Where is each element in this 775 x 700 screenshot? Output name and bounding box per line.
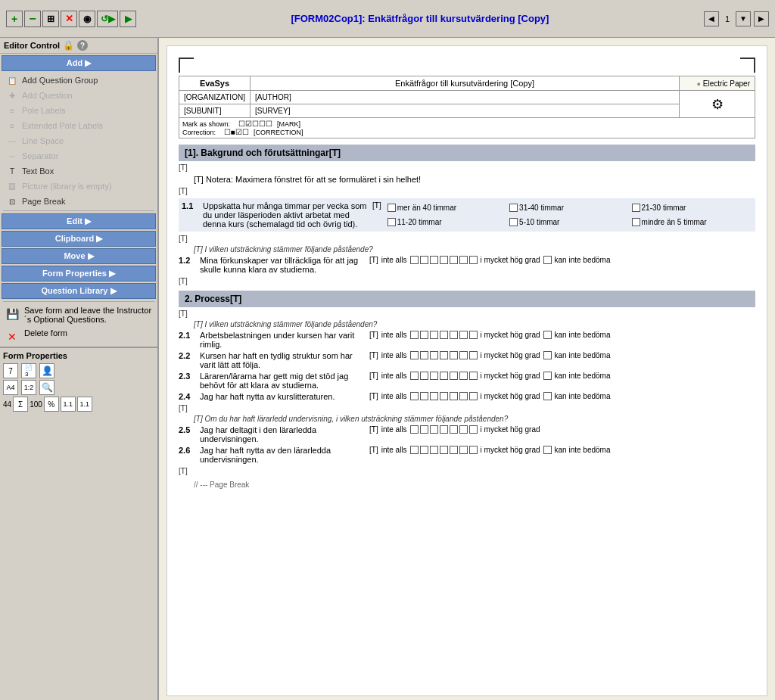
q24-checkboxes	[410, 392, 478, 400]
q25-cb5	[450, 425, 458, 434]
line-space-icon: —	[6, 135, 18, 147]
q25-t: [T]	[369, 425, 378, 434]
fp-icon-user[interactable]: 👤	[39, 363, 54, 378]
q11-label5: 5-10 timmar	[519, 218, 559, 226]
menu-extended-pole-labels: ≡ Extended Pole Labels	[0, 118, 157, 133]
save-action-btn[interactable]: 💾 Save form and leave the Instructor´s O…	[0, 303, 157, 326]
q23-cb2	[420, 372, 428, 380]
q22-cb3	[430, 351, 438, 359]
q24-cb3	[430, 392, 438, 400]
q23-cb7	[469, 372, 478, 380]
grid-toolbar-btn[interactable]: ⊞	[42, 11, 59, 27]
q23-t: [T]	[369, 372, 378, 380]
pole-labels-icon: ≡	[6, 104, 18, 117]
q23-num: 2.3	[179, 372, 200, 381]
form-properties-btn[interactable]: Form Properties ▶	[2, 266, 156, 282]
delete-action-btn[interactable]: ✕ Delete form	[0, 326, 157, 347]
nav2-btn[interactable]: ▶	[120, 11, 136, 27]
q12-t: [T]	[369, 256, 378, 264]
menu-page-break[interactable]: ⊡ Page Break	[0, 194, 157, 209]
fp-11b-icon[interactable]: 1.1	[77, 397, 92, 412]
q21-num: 2.1	[179, 331, 200, 340]
add-question-icon: ✚	[6, 89, 18, 101]
q26-scale-right: i mycket hög grad	[481, 446, 540, 454]
q25-cb4	[440, 425, 448, 434]
q23-scale-left: inte alls	[381, 372, 407, 380]
q23-scale: inte alls i mycket hög grad kan inte bed…	[381, 372, 755, 380]
fp-icon-1[interactable]: 7	[3, 363, 18, 378]
add-section-btn[interactable]: Add ▶	[2, 55, 156, 71]
edit-btn[interactable]: Edit ▶	[2, 213, 156, 229]
close-pdf-btn[interactable]: ✕	[61, 11, 77, 27]
page-break-marker: // --- Page Break	[194, 481, 755, 489]
q11-opt2: 31-40 timmar	[509, 201, 630, 214]
section-1-t: [T]	[329, 148, 341, 158]
corner-tr	[740, 58, 755, 73]
q22-cb6	[459, 351, 468, 359]
q23-cb3	[430, 372, 438, 380]
form-corners	[179, 58, 755, 73]
q12-cb1	[410, 256, 419, 264]
q12-scale: inte alls i mycket hög grad kan inte bed…	[381, 256, 755, 264]
q25-cb2	[420, 425, 428, 434]
menu-picture-label: Picture (library is empty)	[22, 182, 112, 191]
q22-num: 2.2	[179, 351, 200, 360]
q12-cb5	[450, 256, 458, 264]
toolbar: + − ⊞ ✕ ◉ ↺▶ ▶ [FORM02Cop1]: Enkätfrågor…	[0, 0, 775, 38]
nav1-btn[interactable]: ↺▶	[97, 11, 118, 27]
q22-scale-left: inte alls	[381, 351, 407, 359]
q21-cb6	[459, 331, 468, 339]
q21-cb3	[430, 331, 438, 339]
q26-t: [T]	[369, 446, 378, 454]
q24-scale: inte alls i mycket hög grad kan inte bed…	[381, 392, 755, 400]
q21-cb5	[450, 331, 458, 339]
q21-cb7	[469, 331, 478, 339]
clipboard-btn[interactable]: Clipboard ▶	[2, 231, 156, 247]
question-library-btn[interactable]: Question Library ▶	[2, 283, 156, 299]
fp-a4-icon[interactable]: A4	[3, 380, 18, 395]
nav-prev-btn[interactable]: ◀	[704, 11, 719, 26]
q11-cb5	[509, 218, 518, 226]
t-marker-s1-3: [T]	[179, 234, 755, 244]
q22-cb2	[420, 351, 428, 359]
q23-cb4	[440, 372, 448, 380]
menu-add-question-group[interactable]: 📋 Add Question Group	[0, 73, 157, 88]
minus-toolbar-btn[interactable]: −	[24, 11, 41, 27]
lock-icon: 🔒	[63, 40, 74, 51]
menu-add-question: ✚ Add Question	[0, 88, 157, 103]
q11-cb4	[388, 218, 396, 226]
q25-cb7	[469, 425, 478, 434]
q24-cb2	[420, 392, 428, 400]
fp-zoom-icon[interactable]: 🔍	[39, 380, 54, 395]
fp-percent-icon[interactable]: %	[44, 397, 59, 412]
fp-sum-icon[interactable]: Σ	[13, 397, 28, 412]
q26-scale: inte alls i mycket hög grad kan inte bed…	[381, 446, 755, 454]
q12-cb4	[440, 256, 448, 264]
q11-opt4: 11-20 timmar	[388, 216, 508, 229]
q12-cb6	[459, 256, 468, 264]
q11-t: [T]	[372, 201, 381, 229]
help-icon[interactable]: ?	[77, 40, 88, 51]
fp-ratio-icon[interactable]: 1:2	[21, 380, 36, 395]
circle-toolbar-btn[interactable]: ◉	[79, 11, 95, 27]
toolbar-title: [FORM02Cop1]: Enkätfrågor till kursutvär…	[136, 13, 704, 24]
q11-cb2	[509, 204, 518, 212]
italic-s2-2: [T] Om du har haft lärarledd undervisnin…	[179, 415, 755, 423]
q22-cb7	[469, 351, 478, 359]
fp-11a-icon[interactable]: 1.1	[61, 397, 76, 412]
nav-next-btn[interactable]: ▶	[754, 11, 769, 26]
q23-checkboxes	[410, 372, 478, 380]
fp-icon-2[interactable]: 📄3	[21, 363, 36, 378]
add-toolbar-btn[interactable]: +	[6, 11, 23, 27]
fp-row-2: A4 1:2 🔍	[3, 380, 154, 395]
nav-dropdown-btn[interactable]: ▼	[736, 11, 751, 26]
note-1: [T] Notera: Maximera fönstret för att se…	[179, 175, 755, 184]
q11-label3: 21-30 timmar	[642, 204, 686, 212]
move-btn[interactable]: Move ▶	[2, 248, 156, 264]
electric-paper-cell: ● Electric Paper	[680, 76, 755, 91]
q22-cb-end	[543, 351, 552, 359]
section-2-bold-title: Process	[195, 294, 230, 304]
corner-tl	[179, 58, 194, 73]
q11-opt1: mer än 40 timmar	[388, 201, 508, 214]
menu-text-box[interactable]: T Text Box	[0, 163, 157, 179]
